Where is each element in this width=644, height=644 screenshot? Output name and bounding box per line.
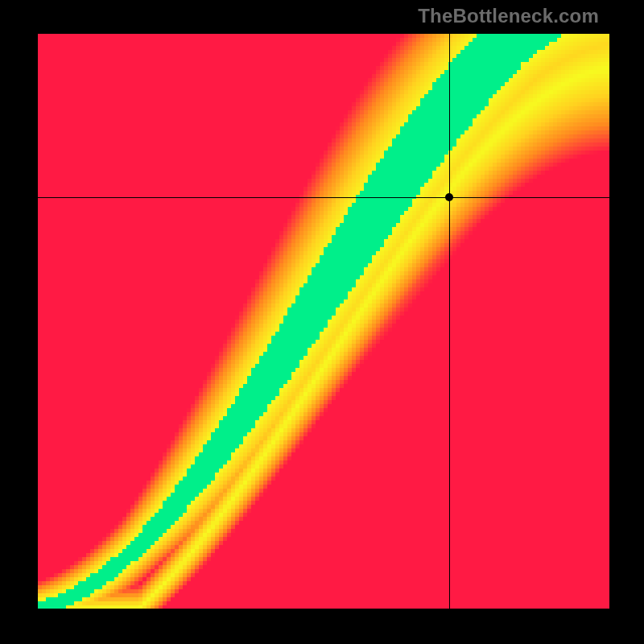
marker-point	[445, 193, 453, 201]
chart-container: TheBottleneck.com	[0, 0, 644, 644]
crosshair-vertical	[449, 34, 450, 609]
heatmap-canvas	[38, 34, 609, 609]
heatmap-plot	[38, 34, 609, 609]
watermark-text: TheBottleneck.com	[418, 5, 599, 27]
crosshair-horizontal	[38, 197, 609, 198]
